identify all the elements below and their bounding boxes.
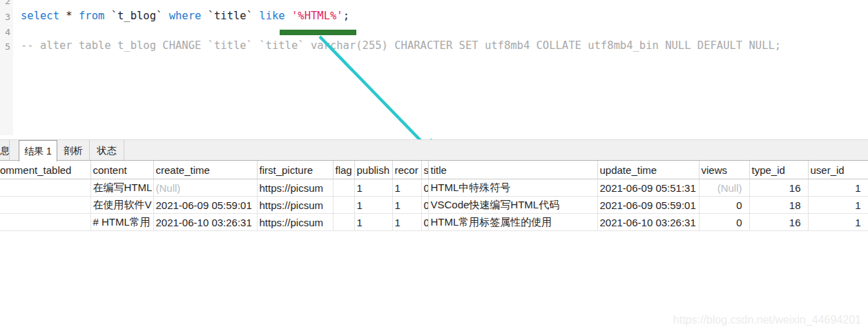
column-header-views[interactable]: views (699, 161, 749, 179)
table-cell[interactable]: HTML中特殊符号 (428, 179, 597, 197)
table-cell[interactable]: 1 (808, 179, 868, 197)
table-cell[interactable] (333, 179, 354, 197)
table-cell[interactable]: HTML常用标签属性的使用 (428, 214, 597, 231)
table-cell[interactable]: 1 (354, 179, 392, 197)
table-cell[interactable]: 2021-06-10 03:26:31 (153, 214, 257, 231)
table-cell[interactable]: 在使用软件V (90, 197, 153, 214)
table-cell[interactable]: 在编写HTML (90, 179, 153, 197)
sql-token-plain (285, 10, 291, 22)
table-cell[interactable]: https://picsum (257, 179, 333, 197)
table-cell[interactable]: 0 (421, 197, 428, 214)
column-header-omment_tabled[interactable]: omment_tabled (0, 161, 90, 179)
table-cell[interactable]: 0 (699, 214, 749, 231)
table-cell[interactable]: 1 (392, 214, 421, 231)
table-cell[interactable] (333, 214, 354, 231)
column-header-title[interactable]: title (428, 161, 597, 179)
line-number: 3 (0, 10, 10, 24)
sql-token-plain: * (59, 10, 79, 22)
column-header-content[interactable]: content (90, 161, 153, 179)
table-cell[interactable]: 2021-06-09 05:51:31 (597, 179, 699, 197)
column-header-update_time[interactable]: update_time (597, 161, 699, 179)
column-header-publish[interactable]: publish (354, 161, 392, 179)
table-cell[interactable]: 18 (749, 197, 808, 214)
table-cell[interactable]: 2021-06-09 05:59:01 (597, 197, 699, 214)
column-header-flag[interactable]: flag (333, 161, 354, 179)
tab-status[interactable]: 状态 (90, 140, 124, 161)
table-cell[interactable]: 2021-06-10 03:26:31 (597, 214, 699, 231)
result-tab-bar: 息 结果 1剖析状态 (0, 139, 868, 161)
sql-token-plain: `title` (201, 10, 259, 22)
column-header-create_time[interactable]: create_time (153, 161, 257, 179)
column-header-user_id[interactable]: user_id (808, 161, 868, 179)
table-row: # HTML常用2021-06-10 03:26:31https://picsu… (0, 214, 868, 231)
table-cell[interactable]: 1 (808, 197, 868, 214)
table-cell[interactable]: 16 (749, 214, 808, 231)
table-cell[interactable]: 1 (354, 197, 392, 214)
table-cell[interactable]: 1 (354, 214, 392, 231)
table-row: 在使用软件V2021-06-09 05:59:01https://picsum1… (0, 197, 868, 214)
table-cell[interactable]: VSCode快速编写HTML代码 (428, 197, 597, 214)
results-grid: omment_tabledcontentcreate_timefirst_pic… (0, 161, 868, 231)
sql-token-string: '%HTML%' (291, 10, 343, 22)
table-cell[interactable]: https://picsum (257, 214, 333, 231)
table-cell[interactable] (0, 214, 90, 231)
sql-comment-line[interactable]: -- alter table t_blog CHANGE `title` `ti… (21, 39, 781, 53)
tab-result1[interactable]: 结果 1 (19, 140, 57, 161)
table-row: 在编写HTML(Null)https://picsum110HTML中特殊符号2… (0, 179, 868, 197)
sql-query-line[interactable]: select * from `t_blog` where `title` lik… (21, 9, 349, 23)
table-cell[interactable] (333, 197, 354, 214)
column-header-s[interactable]: s (421, 161, 428, 179)
column-header-recor[interactable]: recor (392, 161, 421, 179)
line-number: 5 (0, 39, 10, 54)
sql-token-plain: ; (343, 10, 349, 22)
line-number: 2 (0, 0, 10, 8)
sql-token-keyword: from (79, 10, 104, 22)
table-cell[interactable]: 0 (699, 197, 749, 214)
app-window: 2345 select * from `t_blog` where `title… (0, 0, 868, 336)
sql-editor[interactable]: 2345 select * from `t_blog` where `title… (0, 0, 868, 139)
column-header-first_picture[interactable]: first_picture (257, 161, 333, 179)
watermark-url: https://blog.csdn.net/weixin_44694201 (673, 314, 861, 326)
sql-token-plain: `t_blog` (104, 10, 168, 22)
line-number-gutter: 2345 (0, 0, 13, 135)
sql-token-keyword: select (21, 10, 59, 22)
tab-message-partial[interactable]: 息 (0, 140, 10, 161)
table-cell[interactable]: 2021-06-09 05:59:01 (153, 197, 257, 214)
table-cell[interactable]: 0 (421, 214, 428, 231)
table-cell[interactable]: 1 (392, 197, 421, 214)
table-cell[interactable]: (Null) (699, 179, 749, 197)
tab-profile[interactable]: 剖析 (57, 140, 90, 161)
table-cell[interactable] (0, 197, 90, 214)
table-cell[interactable]: # HTML常用 (90, 214, 153, 231)
table-cell[interactable]: 16 (749, 179, 808, 197)
table-header-row: omment_tabledcontentcreate_timefirst_pic… (0, 161, 868, 179)
table-cell[interactable]: https://picsum (257, 197, 333, 214)
sql-token-keyword: like (259, 10, 284, 22)
table-cell[interactable]: 1 (392, 179, 421, 197)
table-cell[interactable]: 1 (808, 214, 868, 231)
table-cell[interactable]: 0 (421, 179, 428, 197)
sql-token-keyword: where (169, 10, 202, 22)
table-cell[interactable]: (Null) (153, 179, 257, 197)
table-cell[interactable] (0, 179, 90, 197)
green-highlight-bar (280, 30, 356, 35)
line-number: 4 (0, 25, 10, 39)
column-header-type_id[interactable]: type_id (749, 161, 808, 179)
